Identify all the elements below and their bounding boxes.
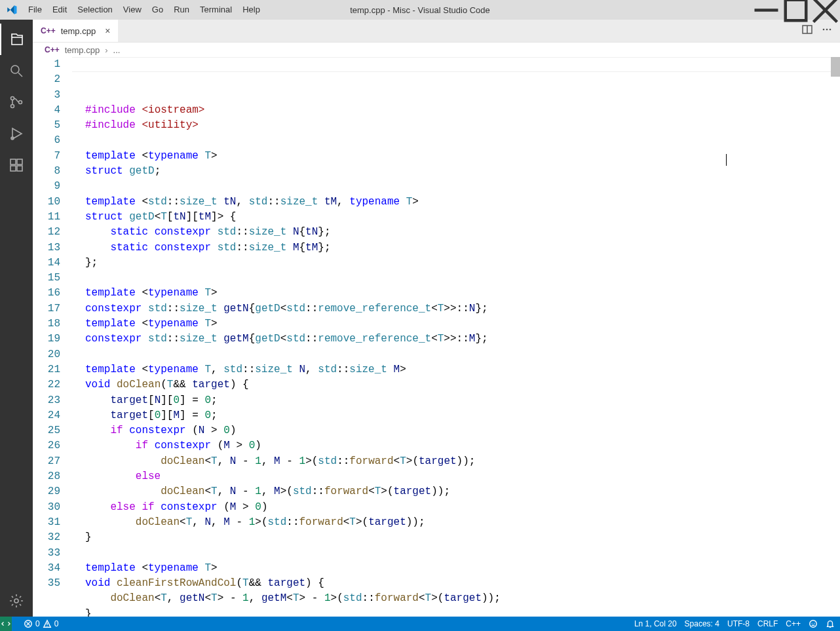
menu-selection[interactable]: Selection xyxy=(72,0,117,20)
code-line[interactable]: template <typename T> xyxy=(72,286,840,301)
code-line[interactable]: template <std::size_t tN, std::size_t tM… xyxy=(72,195,840,210)
breadcrumb[interactable]: C++ temp.cpp › ... xyxy=(33,43,840,57)
menu-run[interactable]: Run xyxy=(168,0,195,20)
tab-close-icon[interactable]: × xyxy=(101,26,110,36)
line-number: 26 xyxy=(33,438,60,453)
status-cursor-position[interactable]: Ln 1, Col 20 xyxy=(634,619,677,628)
code-line[interactable]: } xyxy=(72,607,840,617)
tab-bar: C++ temp.cpp × xyxy=(33,20,840,43)
status-feedback-icon[interactable] xyxy=(809,619,818,628)
minimize-button[interactable] xyxy=(752,0,781,20)
editor-tab-temp-cpp[interactable]: C++ temp.cpp × xyxy=(33,20,119,42)
code-line[interactable]: doClean<T, N - 1, M>(std::forward<T>(tar… xyxy=(72,484,840,499)
svg-point-4 xyxy=(11,66,19,73)
close-button[interactable] xyxy=(811,0,840,20)
status-bar: 0 0 Ln 1, Col 20 Spaces: 4 UTF-8 CRLF C+… xyxy=(0,617,840,631)
menu-terminal[interactable]: Terminal xyxy=(195,0,237,20)
title-bar: FileEditSelectionViewGoRunTerminalHelp t… xyxy=(0,0,840,20)
menu-help[interactable]: Help xyxy=(237,0,265,20)
code-line[interactable] xyxy=(72,546,840,561)
remote-indicator[interactable] xyxy=(0,617,12,631)
svg-point-6 xyxy=(11,97,14,100)
code-line[interactable]: template <typename T> xyxy=(72,149,840,164)
code-line[interactable]: template <typename T> xyxy=(72,561,840,576)
code-line[interactable]: static constexpr std::size_t M{tM}; xyxy=(72,240,840,256)
activity-extensions[interactable] xyxy=(0,149,33,181)
code-line[interactable]: else xyxy=(72,469,840,484)
code-line[interactable]: struct getD<T[tN][tM]> { xyxy=(72,210,840,225)
code-content[interactable]: #include <iostream>#include <utility> te… xyxy=(72,57,840,617)
scrollbar-thumb[interactable] xyxy=(831,57,840,77)
line-number: 17 xyxy=(33,301,60,316)
menu-view[interactable]: View xyxy=(118,0,147,20)
code-editor[interactable]: 1234567891011121314151617181920212223242… xyxy=(33,57,840,617)
status-eol[interactable]: CRLF xyxy=(757,619,778,628)
activity-source-control[interactable] xyxy=(0,86,33,118)
code-line[interactable]: target[N][0] = 0; xyxy=(72,393,840,408)
code-line[interactable]: } xyxy=(72,530,840,545)
code-line[interactable]: doClean<T, getN<T> - 1, getM<T> - 1>(std… xyxy=(72,591,840,606)
line-number: 24 xyxy=(33,408,60,423)
status-warning-count: 0 xyxy=(54,619,59,628)
breadcrumb-ellipsis: ... xyxy=(113,45,121,55)
code-line[interactable]: static constexpr std::size_t N{tN}; xyxy=(72,225,840,240)
status-indentation[interactable]: Spaces: 4 xyxy=(685,619,719,628)
code-line[interactable]: #include <utility> xyxy=(72,118,840,133)
line-number: 33 xyxy=(33,546,60,561)
more-actions-icon[interactable] xyxy=(822,24,832,37)
activity-bar xyxy=(0,20,33,617)
maximize-button[interactable] xyxy=(781,0,811,20)
status-language-mode[interactable]: C++ xyxy=(786,619,801,628)
menu-file[interactable]: File xyxy=(23,0,47,20)
code-line[interactable]: template <typename T> xyxy=(72,316,840,332)
menu-go[interactable]: Go xyxy=(147,0,168,20)
code-line[interactable]: constexpr std::size_t getM{getD<std::rem… xyxy=(72,332,840,347)
status-encoding[interactable]: UTF-8 xyxy=(727,619,750,628)
activity-search[interactable] xyxy=(0,55,33,86)
svg-point-18 xyxy=(826,29,828,31)
svg-rect-10 xyxy=(10,159,16,164)
line-number: 1 xyxy=(33,57,60,72)
svg-line-5 xyxy=(18,73,22,77)
activity-explorer[interactable] xyxy=(0,24,33,55)
activity-run-debug[interactable] xyxy=(0,118,33,149)
code-line[interactable]: template <typename T, std::size_t N, std… xyxy=(72,362,840,377)
status-notifications-icon[interactable] xyxy=(826,619,835,628)
window-controls xyxy=(752,0,840,20)
svg-point-27 xyxy=(814,622,814,623)
line-number: 11 xyxy=(33,210,60,225)
split-editor-icon[interactable] xyxy=(802,24,812,37)
code-line[interactable]: target[0][M] = 0; xyxy=(72,408,840,423)
line-number: 18 xyxy=(33,316,60,332)
code-line[interactable] xyxy=(72,347,840,362)
line-number: 8 xyxy=(33,164,60,179)
status-problems[interactable]: 0 0 xyxy=(24,619,58,628)
activity-settings[interactable] xyxy=(0,585,33,617)
line-number: 6 xyxy=(33,133,60,148)
code-line[interactable]: doClean<T, N, M - 1>(std::forward<T>(tar… xyxy=(72,515,840,530)
line-number: 35 xyxy=(33,576,60,591)
code-line[interactable]: doClean<T, N - 1, M - 1>(std::forward<T>… xyxy=(72,454,840,469)
line-number: 29 xyxy=(33,484,60,499)
menu-edit[interactable]: Edit xyxy=(47,0,72,20)
code-line[interactable]: void cleanFirstRowAndCol(T&& target) { xyxy=(72,576,840,591)
tab-filename: temp.cpp xyxy=(61,26,96,36)
code-line[interactable]: }; xyxy=(72,256,840,271)
code-line[interactable]: if constexpr (M > 0) xyxy=(72,438,840,453)
line-number: 5 xyxy=(33,118,60,133)
cpp-file-icon: C++ xyxy=(45,45,60,54)
code-line[interactable]: struct getD; xyxy=(72,164,840,179)
current-line-highlight xyxy=(72,57,840,72)
code-line[interactable]: constexpr std::size_t getN{getD<std::rem… xyxy=(72,301,840,316)
code-line[interactable]: else if constexpr (M > 0) xyxy=(72,500,840,515)
code-line[interactable]: void doClean(T&& target) { xyxy=(72,377,840,392)
code-line[interactable]: if constexpr (N > 0) xyxy=(72,423,840,438)
code-line[interactable] xyxy=(72,133,840,148)
line-number: 10 xyxy=(33,195,60,210)
line-number: 16 xyxy=(33,286,60,301)
code-line[interactable] xyxy=(72,179,840,194)
code-line[interactable] xyxy=(72,271,840,286)
line-number: 13 xyxy=(33,240,60,256)
code-line[interactable]: #include <iostream> xyxy=(72,103,840,118)
line-number: 20 xyxy=(33,347,60,362)
